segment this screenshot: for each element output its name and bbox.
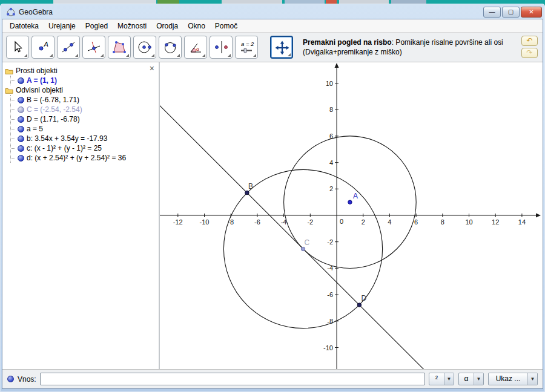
menu-datoteka[interactable]: Datoteka — [5, 20, 44, 32]
redo-button[interactable]: ↷ — [521, 48, 538, 58]
object-visibility-marble-icon[interactable] — [18, 126, 24, 132]
algebra-group-label: Odvisni objekti — [16, 86, 63, 94]
menu-urejanje[interactable]: Urejanje — [44, 20, 81, 32]
greek-letter-dropdown[interactable]: α▼ — [458, 373, 484, 385]
tool-circle[interactable] — [133, 36, 156, 59]
point-label-D: D — [361, 294, 366, 302]
circle-icon — [137, 39, 153, 55]
exponent-dropdown[interactable]: ²▼ — [429, 373, 454, 385]
chevron-down-icon[interactable]: ▼ — [444, 373, 454, 385]
svg-text:4: 4 — [388, 218, 391, 226]
menu-monosti[interactable]: Možnosti — [113, 20, 151, 32]
tool-slider[interactable]: a = 2 — [235, 36, 258, 59]
tool-line[interactable] — [57, 36, 80, 59]
folder-icon — [5, 68, 13, 74]
svg-text:-6: -6 — [327, 291, 333, 298]
perpendicular-line-icon — [86, 39, 102, 55]
algebra-item-A[interactable]: A = (1, 1) — [11, 76, 156, 85]
tool-point[interactable]: A — [31, 36, 54, 59]
point-C[interactable] — [301, 247, 305, 250]
tool-polygon[interactable] — [108, 36, 131, 59]
window-body: DatotekaUrejanjePogledMožnostiOrodjaOkno… — [2, 19, 543, 389]
command-input[interactable] — [40, 373, 425, 385]
graphics-view[interactable]: -12-10-8-6-4-22468101214-10-8-6-4-224681… — [160, 62, 543, 369]
line-b — [160, 104, 434, 369]
algebra-close-icon[interactable]: × — [150, 64, 154, 73]
point-A[interactable] — [348, 200, 352, 204]
algebra-item-c[interactable]: c: (x - 1)² + (y - 1)² = 25 — [11, 143, 156, 153]
point-label-A: A — [353, 192, 358, 200]
object-visibility-marble-icon[interactable] — [18, 116, 24, 123]
tool-angle[interactable]: α — [184, 36, 207, 59]
minimize-button[interactable]: — — [483, 7, 501, 18]
toolbar: A α a = 2 — [2, 33, 543, 62]
algebra-group-header[interactable]: Odvisni objekti — [5, 85, 156, 95]
algebra-item-b[interactable]: b: 3.54x + 3.54y = -17.93 — [11, 134, 156, 143]
input-bar: Vnos: ²▼α▼Ukaz ...▼ — [2, 369, 543, 388]
tool-conic[interactable] — [159, 36, 182, 59]
algebra-item-text: d: (x + 2.54)² + (y + 2.54)² = 36 — [27, 154, 126, 162]
object-visibility-marble-icon[interactable] — [18, 155, 24, 162]
conic-icon — [162, 39, 178, 55]
svg-text:-6: -6 — [254, 218, 260, 226]
svg-text:14: 14 — [518, 218, 526, 226]
svg-text:-8: -8 — [228, 218, 234, 226]
svg-text:10: 10 — [326, 80, 333, 87]
menu-orodja[interactable]: Orodja — [151, 20, 183, 32]
tool-reflect[interactable] — [210, 36, 233, 59]
chevron-down-icon[interactable]: ▼ — [474, 373, 483, 385]
menu-pomo[interactable]: Pomoč — [210, 20, 242, 32]
chevron-down-icon[interactable]: ▼ — [527, 373, 537, 385]
object-visibility-marble-icon[interactable] — [18, 77, 24, 84]
maximize-button[interactable]: ▢ — [502, 7, 520, 18]
algebra-item-B[interactable]: B = (-6.78, 1.71) — [11, 95, 156, 105]
algebra-item-D[interactable]: D = (1.71, -6.78) — [11, 114, 156, 124]
svg-text:8: 8 — [329, 106, 333, 113]
input-marble-icon — [7, 376, 14, 382]
graphics-svg[interactable]: -12-10-8-6-4-22468101214-10-8-6-4-224681… — [160, 62, 541, 369]
svg-text:8: 8 — [441, 218, 444, 226]
x-axis-arrow-icon — [536, 214, 541, 218]
svg-text:0: 0 — [340, 218, 343, 225]
svg-text:2: 2 — [362, 218, 365, 226]
svg-text:-2: -2 — [307, 218, 313, 226]
algebra-item-text: B = (-6.78, 1.71) — [27, 96, 79, 104]
line-icon — [61, 39, 76, 55]
menu-okno[interactable]: Okno — [183, 20, 210, 32]
y-axis-arrow-icon — [335, 63, 339, 68]
algebra-item-text: D = (1.71, -6.78) — [27, 115, 80, 123]
object-visibility-marble-icon[interactable] — [18, 145, 24, 152]
title-bar: GeoGebra — ▢ ✕ — [2, 4, 543, 19]
window-controls: — ▢ ✕ — [483, 7, 542, 18]
close-button[interactable]: ✕ — [521, 7, 542, 18]
algebra-view: × Prosti objektiA = (1, 1)Odvisni objekt… — [2, 62, 160, 369]
menu-pogled[interactable]: Pogled — [81, 20, 113, 32]
svg-text:A: A — [44, 41, 48, 48]
algebra-item-d[interactable]: d: (x + 2.54)² + (y + 2.54)² = 36 — [11, 153, 156, 163]
dropdown-value: α — [459, 373, 474, 385]
tool-perpendicular-line[interactable] — [82, 36, 105, 59]
main-area: × Prosti objektiA = (1, 1)Odvisni objekt… — [2, 62, 543, 369]
svg-text:10: 10 — [465, 218, 472, 226]
point-D[interactable] — [357, 303, 361, 307]
undo-redo-group: ↶ ↷ — [521, 36, 538, 58]
command-dropdown[interactable]: Ukaz ...▼ — [488, 373, 538, 385]
tool-help-text: Premakni pogled na risbo: Pomikanje risa… — [303, 38, 506, 57]
tool-move-graphics-view[interactable] — [270, 36, 293, 59]
slider-icon: a = 2 — [239, 39, 254, 55]
cursor-arrow-icon — [15, 42, 22, 52]
object-visibility-marble-icon[interactable] — [18, 136, 24, 142]
object-visibility-marble-icon[interactable] — [18, 106, 24, 113]
algebra-item-text: c: (x - 1)² + (y - 1)² = 25 — [27, 144, 102, 152]
algebra-item-a[interactable]: a = 5 — [11, 124, 156, 134]
undo-button[interactable]: ↶ — [521, 36, 538, 46]
tool-move[interactable] — [6, 36, 29, 59]
svg-text:-10: -10 — [323, 344, 333, 351]
point-B[interactable] — [245, 191, 249, 194]
algebra-group-header[interactable]: Prosti objekti — [5, 66, 156, 76]
folder-icon — [5, 87, 13, 94]
algebra-item-C[interactable]: C = (-2.54, -2.54) — [11, 105, 156, 114]
algebra-item-text: A = (1, 1) — [27, 76, 57, 85]
object-visibility-marble-icon[interactable] — [18, 97, 24, 103]
tool-help-title: Premakni pogled na risbo — [303, 38, 392, 47]
